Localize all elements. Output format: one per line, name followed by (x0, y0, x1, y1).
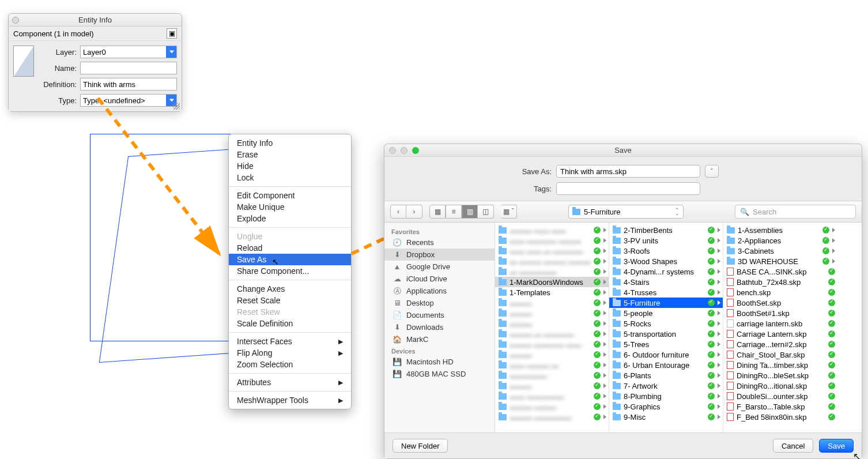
file-row[interactable]: ▬▬▬ ▬▬▬▬▬ (495, 412, 609, 422)
file-row[interactable]: ▬▬▬ (495, 381, 609, 391)
name-input[interactable] (80, 62, 177, 74)
view-list-button[interactable]: ≡ (446, 205, 462, 219)
file-row[interactable]: 4-Trusses (609, 287, 723, 298)
context-menu-item[interactable]: Make Unique (229, 201, 351, 213)
file-row[interactable]: Carriage...tern#2.skp (723, 339, 837, 349)
location-select[interactable]: 5-Furniture ⌃⌄ (568, 205, 684, 219)
context-menu-item[interactable]: Intersect Faces▶ (229, 336, 351, 347)
collapse-button[interactable]: ˇ (705, 165, 719, 178)
sidebar-item[interactable]: 💾Macintosh HD (384, 356, 495, 368)
context-menu-item[interactable]: Hide (229, 160, 351, 172)
file-row[interactable]: Chair_Stool_Bar.skp (723, 349, 837, 360)
file-row[interactable]: ▬▬ ▬▬ ▬ ▬▬▬▬ (495, 246, 609, 256)
file-row[interactable]: DiningRo...itional.skp (723, 381, 837, 391)
back-button[interactable]: ‹ (390, 205, 406, 219)
material-swatch[interactable] (13, 46, 34, 77)
file-row[interactable]: DiningRo...bleSet.skp (723, 370, 837, 381)
tags-input[interactable] (556, 182, 700, 195)
context-menu-item[interactable]: Edit Component (229, 190, 351, 201)
context-menu-item[interactable]: Erase (229, 149, 351, 160)
file-row[interactable]: 7- Artwork (609, 381, 723, 391)
context-menu-item[interactable]: Share Component... (229, 265, 351, 277)
definition-input[interactable]: Think with arms (80, 78, 177, 91)
file-row[interactable]: ▬▬ ▬▬▬ ▬ (495, 360, 609, 370)
resize-grip-icon[interactable] (173, 103, 180, 110)
file-row[interactable]: 3-Wood Shapes (609, 256, 723, 266)
file-row[interactable]: ▬▬▬ ▬▬ ▬▬ (495, 225, 609, 235)
close-icon[interactable] (389, 147, 396, 154)
file-row[interactable]: bench.skp (723, 287, 837, 298)
file-row[interactable]: 5-Furniture (609, 298, 723, 308)
file-row[interactable]: ▬ ▬▬▬▬▬ (495, 266, 609, 277)
sidebar-item[interactable]: 🖥Desktop (384, 297, 495, 309)
file-row[interactable]: ▬▬▬ (495, 308, 609, 318)
file-row[interactable]: 9-Graphics (609, 401, 723, 412)
file-row[interactable]: ▬▬▬▬▬ (495, 370, 609, 381)
context-menu-item[interactable]: Entity Info (229, 137, 351, 149)
new-folder-button[interactable]: New Folder (393, 439, 448, 453)
file-row[interactable]: ▬▬▬ (495, 349, 609, 360)
sidebar-item[interactable]: ☁iCloud Drive (384, 273, 495, 285)
close-icon[interactable] (12, 17, 19, 24)
file-row[interactable]: 8-Plumbing (609, 391, 723, 401)
file-row[interactable]: 6- Urban Entourage (609, 360, 723, 370)
type-select[interactable]: Type: <undefined> (80, 94, 177, 107)
maximize-icon[interactable] (412, 147, 419, 154)
file-row[interactable]: 3-PV units (609, 235, 723, 246)
context-menu-item[interactable]: Change Axes (229, 283, 351, 295)
file-row[interactable]: 4-Stairs (609, 277, 723, 287)
expand-icon[interactable]: ▣ (167, 28, 177, 39)
file-row[interactable]: ▬▬▬ ▬▬▬▬ ▬▬▬▬ ▬ (495, 339, 609, 349)
file-row[interactable]: ▬▬ ▬▬▬▬▬ (495, 391, 609, 401)
file-row[interactable]: 1-Templates (495, 287, 609, 298)
context-menu-item[interactable]: MeshWrapper Tools▶ (229, 394, 351, 406)
context-menu-item[interactable]: Attributes▶ (229, 377, 351, 388)
file-row[interactable]: 2-TimberBents (609, 225, 723, 235)
context-menu-item[interactable]: Explode (229, 213, 351, 224)
file-column[interactable]: 1-Assemblies2-Appliances3-Cabinets3D WAR… (723, 223, 837, 432)
minimize-icon[interactable] (401, 147, 407, 154)
context-menu-item[interactable]: Reset Scale (229, 295, 351, 306)
group-button[interactable]: ▦ ˇ (501, 205, 517, 219)
file-row[interactable]: 6- Outdoor furniture (609, 349, 723, 360)
sidebar-item[interactable]: ⒶApplications (384, 285, 495, 297)
context-menu-item[interactable]: Reload (229, 242, 351, 254)
file-row[interactable]: ▬ ▬▬▬ ▬▬▬ ▬▬▬ (495, 256, 609, 266)
file-row[interactable]: 5-Trees (609, 339, 723, 349)
search-input[interactable]: 🔍 Search (735, 205, 856, 219)
file-row[interactable]: 2-Appliances (723, 235, 837, 246)
sidebar-item[interactable]: 🏠MarkC (384, 333, 495, 345)
file-row[interactable]: 9-Misc (609, 412, 723, 422)
save-dialog-titlebar[interactable]: Save (384, 144, 862, 157)
file-row[interactable]: BASE CA...SINK.skp (723, 266, 837, 277)
file-row[interactable]: Carriage Lantern.skp (723, 329, 837, 339)
file-row[interactable]: DoubleSi...ounter.skp (723, 391, 837, 401)
context-menu-item[interactable]: Save As (229, 254, 351, 265)
file-row[interactable]: BoothSet.skp (723, 298, 837, 308)
context-menu-item[interactable]: Zoom Selection (229, 359, 351, 370)
file-row[interactable]: ▬▬▬ ▬▬▬ (495, 401, 609, 412)
file-row[interactable]: carriage lantern.skb (723, 318, 837, 329)
forward-button[interactable]: › (406, 205, 422, 219)
file-row[interactable]: 5-Rocks (609, 318, 723, 329)
context-menu-item[interactable]: Lock (229, 172, 351, 183)
cancel-button[interactable]: Cancel (773, 439, 813, 453)
file-row[interactable]: 3-Roofs (609, 246, 723, 256)
sidebar-item[interactable]: ▲Google Drive (384, 261, 495, 273)
view-columns-button[interactable]: ▥ (462, 205, 478, 219)
file-row[interactable]: Dining Ta...timber.skp (723, 360, 837, 370)
context-menu-item[interactable]: Flip Along▶ (229, 347, 351, 359)
save-as-input[interactable]: Think with arms.skp (556, 165, 700, 178)
sidebar-item[interactable]: 📄Documents (384, 309, 495, 321)
file-row[interactable]: 5-people (609, 308, 723, 318)
view-icons-button[interactable]: ▦ (429, 205, 446, 219)
file-column[interactable]: ▬▬▬ ▬▬ ▬▬▬▬ ▬▬▬▬ ▬▬▬▬▬ ▬▬ ▬ ▬▬▬▬▬ ▬▬▬ ▬▬… (495, 223, 609, 432)
entity-info-titlebar[interactable]: Entity Info (9, 14, 182, 27)
file-row[interactable]: Bathtub_72x48.skp (723, 277, 837, 287)
sidebar-item[interactable]: 🕘Recents (384, 236, 495, 249)
file-row[interactable]: 6-Plants (609, 370, 723, 381)
file-row[interactable]: ▬▬▬ (495, 298, 609, 308)
file-row[interactable]: 3-Cabinets (723, 246, 837, 256)
layer-select[interactable]: Layer0 (80, 46, 177, 58)
file-row[interactable]: 1-MarkDoorsWindows (495, 277, 609, 287)
